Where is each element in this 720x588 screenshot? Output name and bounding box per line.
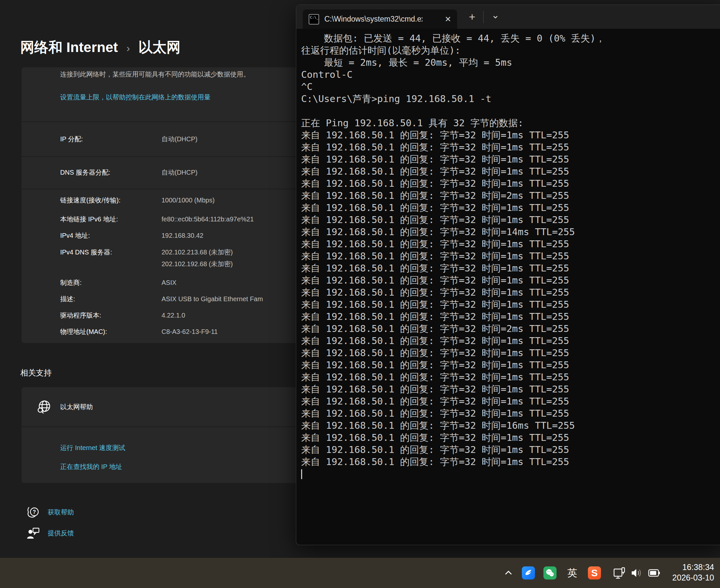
detail-value: 202.102.213.68 (未加密)202.102.192.68 (未加密): [162, 246, 233, 270]
detail-value: 1000/1000 (Mbps): [162, 194, 214, 206]
terminal-line: 来自 192.168.50.1 的回复: 字节=32 时间=1ms TTL=25…: [301, 129, 720, 141]
detail-value: 192.168.30.42: [162, 230, 204, 241]
ip-assignment-label: IP 分配:: [60, 135, 162, 144]
sogou-input-tray-icon[interactable]: S: [588, 566, 601, 580]
terminal-line: 来自 192.168.50.1 的回复: 字节=32 时间=1ms TTL=25…: [301, 177, 720, 190]
terminal-cursor: [301, 469, 302, 479]
terminal-line: 来自 192.168.50.1 的回复: 字节=32 时间=1ms TTL=25…: [301, 407, 720, 420]
taskbar-date: 2026-03-10: [672, 572, 714, 583]
tray-chevron-up-icon[interactable]: [502, 558, 515, 588]
detail-label: 驱动程序版本:: [60, 309, 162, 321]
breadcrumb-parent[interactable]: 网络和 Internet: [20, 38, 118, 57]
get-help-label: 获取帮助: [48, 508, 74, 517]
terminal-line: 来自 192.168.50.1 的回复: 字节=32 时间=1ms TTL=25…: [301, 311, 720, 323]
terminal-line: 来自 192.168.50.1 的回复: 字节=32 时间=1ms TTL=25…: [301, 299, 720, 311]
taskbar: 英 S 16:38:34 2026-03-10: [0, 558, 720, 588]
detail-value: ASIX: [162, 277, 176, 289]
tab-dropdown-button[interactable]: ⌄: [488, 8, 503, 23]
run-speed-test-link[interactable]: 运行 Internet 速度测试: [60, 438, 125, 457]
related-support-heading: 相关支持: [20, 368, 52, 378]
taskbar-time: 16:38:34: [672, 562, 714, 572]
terminal-line: 来自 192.168.50.1 的回复: 字节=32 时间=14ms TTL=2…: [301, 226, 720, 238]
detail-label: IPv4 DNS 服务器:: [60, 246, 162, 258]
terminal-line: 往返行程的估计时间(以毫秒为单位):: [301, 44, 720, 57]
cmd-icon: C:\_: [309, 14, 319, 24]
dingtalk-tray-icon[interactable]: [522, 566, 535, 580]
taskbar-clock[interactable]: 16:38:34 2026-03-10: [672, 562, 714, 583]
terminal-line: 来自 192.168.50.1 的回复: 字节=32 时间=1ms TTL=25…: [301, 287, 720, 299]
give-feedback-label: 提供反馈: [48, 529, 74, 538]
terminal-line: 来自 192.168.50.1 的回复: 字节=32 时间=1ms TTL=25…: [301, 335, 720, 347]
breadcrumb-separator-icon: ›: [127, 42, 130, 54]
detail-value: fe80::ec0b:5b64:112b:a97e%21: [162, 213, 254, 225]
terminal-window: C:\_ C:\Windows\system32\cmd.ex ✕ + ⌄ 数据…: [296, 5, 720, 545]
terminal-line: 来自 192.168.50.1 的回复: 字节=32 时间=2ms TTL=25…: [301, 323, 720, 335]
detail-label: 描述:: [60, 293, 162, 305]
breadcrumb: 网络和 Internet › 以太网: [20, 38, 181, 57]
feedback-icon: [26, 526, 41, 540]
detail-value: C8-A3-62-13-F9-11: [162, 326, 218, 337]
terminal-line: 来自 192.168.50.1 的回复: 字节=32 时间=1ms TTL=25…: [301, 262, 720, 274]
terminal-output[interactable]: 数据包: 已发送 = 44, 已接收 = 44, 丢失 = 0 (0% 丢失)，…: [301, 33, 720, 545]
terminal-line: 来自 192.168.50.1 的回复: 字节=32 时间=1ms TTL=25…: [301, 141, 720, 153]
detail-value: ASIX USB to Gigabit Ethernet Fam: [162, 293, 263, 305]
terminal-line: 来自 192.168.50.1 的回复: 字节=32 时间=1ms TTL=25…: [301, 371, 720, 383]
terminal-line: 来自 192.168.50.1 的回复: 字节=32 时间=1ms TTL=25…: [301, 166, 720, 177]
find-my-ip-link[interactable]: 正在查找我的 IP 地址: [60, 457, 125, 476]
detail-label: IPv4 地址:: [60, 230, 162, 241]
terminal-line: 来自 192.168.50.1 的回复: 字节=32 时间=1ms TTL=25…: [301, 395, 720, 407]
globe-search-icon: [36, 399, 52, 415]
dns-assignment-value: 自动(DHCP): [162, 168, 197, 177]
tabbar-divider: [483, 11, 484, 23]
ip-assignment-value: 自动(DHCP): [162, 135, 197, 144]
detail-label: 物理地址(MAC):: [60, 326, 162, 337]
display-device-tray-icon[interactable]: [612, 566, 627, 580]
get-help-row[interactable]: ? 获取帮助: [26, 505, 74, 519]
terminal-line: Control-C: [301, 69, 720, 81]
volume-tray-icon[interactable]: [630, 566, 643, 580]
terminal-line: 来自 192.168.50.1 的回复: 字节=32 时间=16ms TTL=2…: [301, 420, 720, 432]
terminal-line: 正在 Ping 192.168.50.1 具有 32 字节的数据:: [301, 117, 720, 129]
terminal-tab[interactable]: C:\_ C:\Windows\system32\cmd.ex ✕: [303, 9, 457, 29]
terminal-line: [301, 105, 720, 117]
terminal-line: 来自 192.168.50.1 的回复: 字节=32 时间=1ms TTL=25…: [301, 238, 720, 250]
terminal-line: 来自 192.168.50.1 的回复: 字节=32 时间=1ms TTL=25…: [301, 359, 720, 371]
terminal-titlebar[interactable]: C:\_ C:\Windows\system32\cmd.ex ✕ + ⌄: [296, 5, 720, 29]
terminal-line: 来自 192.168.50.1 的回复: 字节=32 时间=1ms TTL=25…: [301, 347, 720, 359]
terminal-line: 来自 192.168.50.1 的回复: 字节=32 时间=2ms TTL=25…: [301, 190, 720, 202]
terminal-line: 来自 192.168.50.1 的回复: 字节=32 时间=1ms TTL=25…: [301, 153, 720, 166]
give-feedback-row[interactable]: 提供反馈: [26, 526, 74, 540]
set-data-limit-link[interactable]: 设置流量上限，以帮助控制在此网络上的数据使用量: [60, 93, 211, 102]
terminal-line: 数据包: 已发送 = 44, 已接收 = 44, 丢失 = 0 (0% 丢失)，: [301, 33, 720, 44]
detail-label: 本地链接 IPv6 地址:: [60, 213, 162, 225]
detail-value-line2: 202.102.192.68 (未加密): [162, 258, 233, 270]
new-tab-button[interactable]: +: [465, 9, 480, 24]
terminal-line: ^C: [301, 81, 720, 93]
terminal-tab-title: C:\Windows\system32\cmd.ex: [324, 15, 422, 24]
terminal-line: 来自 192.168.50.1 的回复: 字节=32 时间=1ms TTL=25…: [301, 250, 720, 262]
terminal-line: 来自 192.168.50.1 的回复: 字节=32 时间=1ms TTL=25…: [301, 214, 720, 226]
tab-close-icon[interactable]: ✕: [445, 15, 451, 24]
terminal-line: 来自 192.168.50.1 的回复: 字节=32 时间=1ms TTL=25…: [301, 383, 720, 395]
dns-assignment-label: DNS 服务器分配:: [60, 168, 162, 177]
detail-label: 制造商:: [60, 277, 162, 289]
terminal-line: C:\Users\芦青>ping 192.168.50.1 -t: [301, 93, 720, 105]
terminal-line: 来自 192.168.50.1 的回复: 字节=32 时间=1ms TTL=25…: [301, 456, 720, 468]
terminal-line: 来自 192.168.50.1 的回复: 字节=32 时间=1ms TTL=25…: [301, 274, 720, 287]
help-bubble-icon: ?: [26, 505, 41, 519]
ime-language-indicator[interactable]: 英: [565, 566, 579, 580]
terminal-line: 来自 192.168.50.1 的回复: 字节=32 时间=1ms TTL=25…: [301, 432, 720, 444]
ethernet-help-label: 以太网帮助: [60, 403, 93, 412]
terminal-line: 最短 = 2ms, 最长 = 20ms, 平均 = 5ms: [301, 57, 720, 69]
terminal-line: 来自 192.168.50.1 的回复: 字节=32 时间=1ms TTL=25…: [301, 202, 720, 214]
wechat-tray-icon[interactable]: [544, 566, 556, 580]
svg-text:?: ?: [33, 509, 36, 515]
page-title: 以太网: [138, 38, 181, 57]
detail-label: 链接速度(接收/传输):: [60, 194, 162, 206]
detail-value: 4.22.1.0: [162, 309, 185, 321]
terminal-line: 来自 192.168.50.1 的回复: 字节=32 时间=1ms TTL=25…: [301, 444, 720, 456]
battery-tray-icon[interactable]: [648, 567, 662, 579]
data-usage-description: 连接到此网络时，某些应用可能具有不同的功能以减少数据使用。: [60, 70, 250, 79]
